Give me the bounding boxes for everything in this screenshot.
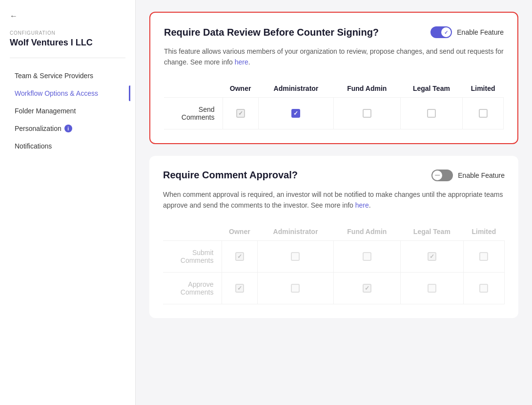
col2-fund-admin: Fund Admin xyxy=(333,223,400,241)
table-row: Send Comments xyxy=(164,97,504,129)
row-send-comments: Send Comments xyxy=(182,106,215,121)
cell-fundadmin-approve xyxy=(333,272,400,304)
cell-legal-approve xyxy=(401,272,464,304)
card1-enable-label: Enable Feature xyxy=(457,28,504,36)
card2-enable-label: Enable Feature xyxy=(458,171,505,179)
info-icon: i xyxy=(64,125,72,132)
sidebar-item-label: Personalization xyxy=(15,125,61,132)
cell-limited-approve xyxy=(463,272,504,304)
sidebar-item-label: Workflow Options & Access xyxy=(15,89,98,97)
sidebar-item-notifications[interactable]: Notifications xyxy=(10,138,125,154)
cell-owner-submit xyxy=(222,240,258,272)
card2-title: Require Comment Approval? xyxy=(163,170,298,181)
checkbox-owner-submit[interactable] xyxy=(235,252,244,261)
cell-admin-send xyxy=(258,97,333,129)
checkbox-legal-approve[interactable] xyxy=(428,284,436,293)
cell-admin-submit xyxy=(258,240,333,272)
col2-admin: Administrator xyxy=(258,223,333,241)
col-empty2 xyxy=(163,223,222,241)
checkbox-fundadmin-submit[interactable] xyxy=(363,252,371,261)
company-name: Wolf Ventures I LLC xyxy=(10,38,125,48)
table-row: ApproveComments xyxy=(163,272,505,304)
checkbox-admin-approve[interactable] xyxy=(291,284,300,293)
sidebar-item-team[interactable]: Team & Service Providers xyxy=(10,68,125,84)
col-owner: Owner xyxy=(223,80,258,98)
cell-legal-send xyxy=(400,97,463,129)
cell-fundadmin-submit xyxy=(333,240,400,272)
back-button[interactable]: ← xyxy=(10,12,125,21)
checkbox-owner-approve[interactable] xyxy=(235,284,244,293)
card1-title: Require Data Review Before Counter Signi… xyxy=(164,27,379,38)
card1-toggle[interactable] xyxy=(430,26,452,38)
cell-owner-approve xyxy=(222,272,258,304)
data-review-card: Require Data Review Before Counter Signi… xyxy=(149,12,518,144)
sidebar: ← CONFIGURATION Wolf Ventures I LLC Team… xyxy=(0,0,136,405)
checkbox-fundadmin-approve[interactable] xyxy=(363,284,371,293)
col-limited: Limited xyxy=(463,80,504,98)
col2-limited: Limited xyxy=(463,223,504,241)
col-admin: Administrator xyxy=(258,80,333,98)
toggle-knob-disabled xyxy=(432,171,442,180)
table-row: SubmitComments xyxy=(163,240,505,272)
main-content: Require Data Review Before Counter Signi… xyxy=(136,0,532,405)
sidebar-item-personalization[interactable]: Personalization i xyxy=(10,121,125,136)
cell-limited-send xyxy=(463,97,504,129)
checkbox-fundadmin-send[interactable] xyxy=(363,109,371,118)
card2-table: Owner Administrator Fund Admin Legal Tea… xyxy=(163,223,505,304)
card2-header: Require Comment Approval? Enable Feature xyxy=(163,170,505,181)
sidebar-item-folder[interactable]: Folder Management xyxy=(10,103,125,119)
card1-description: This feature allows various members of y… xyxy=(164,46,504,68)
cell-fundadmin-send xyxy=(334,97,400,129)
col-fund-admin: Fund Admin xyxy=(334,80,400,98)
card2-enable-group: Enable Feature xyxy=(431,170,505,181)
cell-owner-send xyxy=(223,97,258,129)
col-legal: Legal Team xyxy=(400,80,463,98)
sidebar-nav: Team & Service Providers Workflow Option… xyxy=(10,68,125,154)
checkbox-admin-submit[interactable] xyxy=(291,252,300,261)
row-approve-comments: ApproveComments xyxy=(181,280,214,296)
checkbox-legal-send[interactable] xyxy=(427,109,436,118)
checkbox-owner-send[interactable] xyxy=(236,109,245,118)
sidebar-item-workflow[interactable]: Workflow Options & Access xyxy=(10,85,125,101)
col2-legal: Legal Team xyxy=(401,223,464,241)
col2-owner: Owner xyxy=(222,223,258,241)
checkbox-limited-send[interactable] xyxy=(479,109,488,118)
sidebar-divider xyxy=(10,58,125,58)
card1-header: Require Data Review Before Counter Signi… xyxy=(164,26,504,38)
checkbox-admin-send[interactable] xyxy=(291,109,300,118)
card2-toggle[interactable] xyxy=(431,170,453,181)
cell-limited-submit xyxy=(463,240,504,272)
card2-here-link[interactable]: here xyxy=(355,201,369,209)
checkbox-limited-approve[interactable] xyxy=(479,284,488,293)
cell-legal-submit xyxy=(401,240,464,272)
toggle-knob xyxy=(441,27,451,37)
sidebar-item-label: Team & Service Providers xyxy=(15,72,93,80)
card1-table: Owner Administrator Fund Admin Legal Tea… xyxy=(164,80,504,129)
checkbox-limited-submit[interactable] xyxy=(479,252,488,261)
config-label: CONFIGURATION xyxy=(10,30,125,36)
sidebar-item-label: Notifications xyxy=(15,142,52,150)
row-submit-comments: SubmitComments xyxy=(181,249,214,264)
col-empty xyxy=(164,80,223,98)
card2-description: When comment approval is required, an in… xyxy=(163,189,505,211)
cell-admin-approve xyxy=(258,272,333,304)
card1-here-link[interactable]: here xyxy=(235,58,248,66)
sidebar-item-label: Folder Management xyxy=(15,107,76,115)
comment-approval-card: Require Comment Approval? Enable Feature… xyxy=(149,156,518,318)
card1-enable-group: Enable Feature xyxy=(430,26,504,38)
checkbox-legal-submit[interactable] xyxy=(428,252,436,261)
back-arrow-icon: ← xyxy=(10,12,18,21)
